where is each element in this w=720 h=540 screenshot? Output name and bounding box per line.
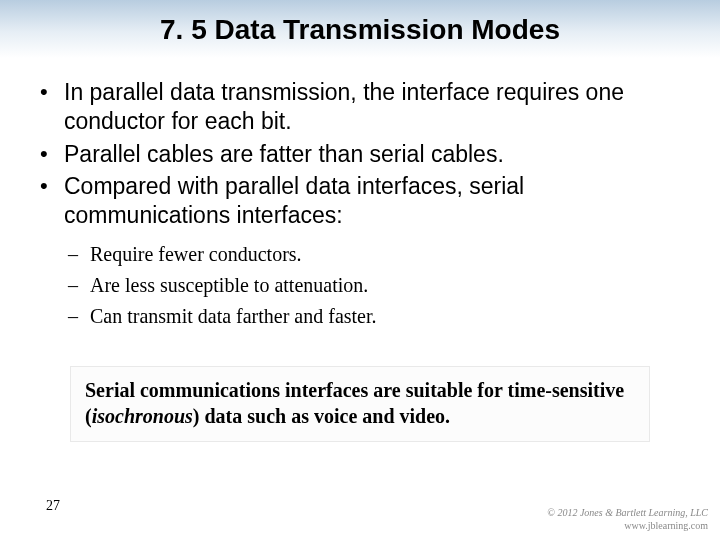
callout-text-iso: isochronous — [92, 405, 193, 427]
sub-bullet-item: Can transmit data farther and faster. — [36, 302, 684, 331]
bullet-text: In parallel data transmission, the inter… — [64, 79, 624, 134]
bullet-list: In parallel data transmission, the inter… — [36, 78, 684, 230]
callout-text-post: ) data such as voice and video. — [193, 405, 450, 427]
sub-bullet-text: Require fewer conductors. — [90, 243, 302, 265]
bullet-item: Parallel cables are fatter than serial c… — [36, 140, 684, 169]
footer: © 2012 Jones & Bartlett Learning, LLC ww… — [547, 506, 708, 532]
bullet-text: Parallel cables are fatter than serial c… — [64, 141, 504, 167]
sub-bullet-item: Require fewer conductors. — [36, 240, 684, 269]
bullet-item: Compared with parallel data interfaces, … — [36, 172, 684, 230]
page-number: 27 — [46, 498, 60, 514]
slide: 7. 5 Data Transmission Modes In parallel… — [0, 0, 720, 540]
bullet-text: Compared with parallel data interfaces, … — [64, 173, 524, 228]
footer-url: www.jblearning.com — [547, 519, 708, 532]
callout-box: Serial communications interfaces are sui… — [70, 366, 650, 442]
sub-bullet-text: Are less susceptible to attenuation. — [90, 274, 368, 296]
slide-title: 7. 5 Data Transmission Modes — [0, 14, 720, 46]
sub-bullet-item: Are less susceptible to attenuation. — [36, 271, 684, 300]
footer-copyright: © 2012 Jones & Bartlett Learning, LLC — [547, 506, 708, 519]
sub-bullet-text: Can transmit data farther and faster. — [90, 305, 377, 327]
bullet-item: In parallel data transmission, the inter… — [36, 78, 684, 136]
sub-bullet-list: Require fewer conductors. Are less susce… — [36, 240, 684, 331]
content-area: In parallel data transmission, the inter… — [36, 78, 684, 333]
